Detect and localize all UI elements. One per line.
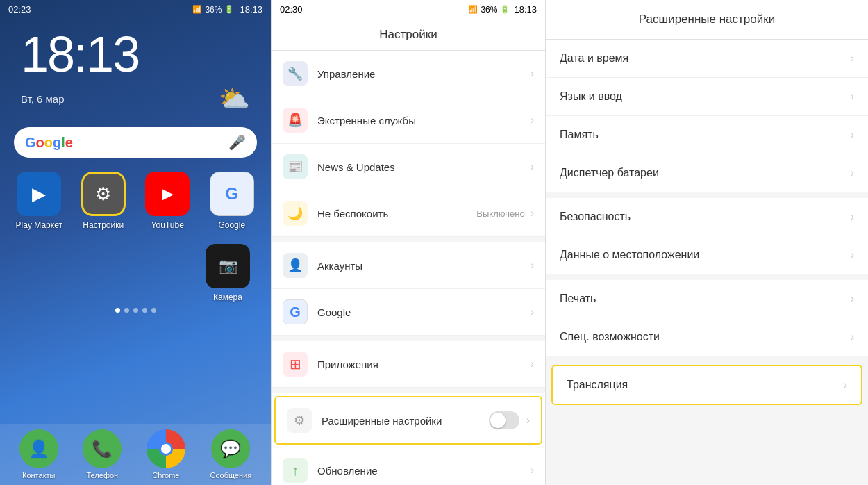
translyatsiya-text: Трансляция [567, 379, 844, 391]
settings-item-ekstrennye[interactable]: 🚨 Экстренные службы › [272, 97, 545, 144]
kontakty-icon: 👤 [28, 439, 49, 459]
google-settings-text: Google [317, 306, 531, 318]
signal-icon: 📶 [192, 5, 202, 14]
app-nastroiki[interactable]: ⚙ Настройки [75, 172, 133, 230]
data-vremya-chevron: › [851, 52, 854, 65]
page-dots [0, 308, 271, 313]
dot-1 [115, 308, 120, 313]
advanced-item-dispetcher[interactable]: Диспетчер батареи › [546, 154, 868, 192]
app-grid: ▶ Play Маркет ⚙ Настройки ▶ YouTube G Go… [0, 172, 271, 230]
rasshirennye-chevron: › [526, 414, 530, 427]
settings-item-akkaunty[interactable]: 👤 Аккаунты › [272, 243, 545, 289]
nastroiki-label: Настройки [83, 220, 124, 230]
rasshirennye-toggle[interactable] [489, 411, 519, 429]
pechat-text: Печать [560, 293, 851, 305]
home-clock: 18:13 [0, 19, 271, 83]
pamyat-text: Память [560, 129, 851, 141]
advanced-item-data-vremya[interactable]: Дата и время › [546, 40, 868, 78]
prilojeniya-icon: ⊞ [290, 356, 301, 372]
divider-1 [272, 237, 545, 243]
dispetcher-chevron: › [851, 167, 854, 179]
news-text: News & Updates [317, 161, 531, 173]
settings-time: 02:30 [280, 4, 303, 15]
app-camera[interactable]: 📷 Камера [206, 244, 250, 302]
mestopolozhenie-chevron: › [851, 249, 854, 261]
prilojeniya-text: Приложения [317, 359, 531, 370]
advanced-item-spets-vozmojnosti[interactable]: Спец. возможности › [546, 318, 868, 356]
settings-item-upravlenie[interactable]: 🔧 Управление › [272, 51, 545, 97]
youtube-label: YouTube [151, 220, 184, 230]
play-market-icon: ▶ [32, 183, 46, 205]
battery-icon: 🔋 [224, 5, 234, 14]
settings-panel: 02:30 📶 36% 🔋 18:13 Настройки 🔧 Управлен… [271, 0, 545, 485]
bezopasnost-text: Безопасность [560, 211, 851, 223]
ekstrennye-chevron: › [531, 114, 534, 126]
settings-list: 🔧 Управление › 🚨 Экстренные службы › 📰 N… [272, 51, 545, 485]
bottom-dock: 👤 Контакты 📞 Телефон Chrome 💬 Сообщения [0, 424, 271, 485]
mic-icon[interactable]: 🎤 [228, 134, 246, 151]
camera-icon: 📷 [219, 257, 237, 275]
rasshirennye-text: Расширенные настройки [322, 415, 489, 427]
settings-item-ne-bespokoity[interactable]: 🌙 Не беспокоить Выключено › [272, 190, 545, 237]
battery-percent: 36% [205, 5, 222, 15]
chrome-label: Chrome [152, 471, 179, 479]
date-weather-row: Вт, 6 мар ⛅ [0, 83, 271, 127]
soobsheniya-label: Сообщения [210, 471, 251, 479]
data-vremya-text: Дата и время [560, 52, 851, 65]
advanced-item-mestopolozhenie[interactable]: Данные о местоположении › [546, 236, 868, 274]
ekstrennye-icon: 🚨 [287, 113, 303, 128]
advanced-item-bezopasnost[interactable]: Безопасность › [546, 198, 868, 236]
nastroiki-icon: ⚙ [95, 183, 111, 205]
ne-bespokoity-icon: 🌙 [287, 206, 303, 221]
upravlenie-text: Управление [317, 68, 531, 80]
dock-telefon[interactable]: 📞 Телефон [83, 429, 122, 479]
settings-battery-icon: 🔋 [500, 5, 510, 14]
advanced-title: Расширенные настройки [546, 0, 868, 40]
dot-2 [124, 308, 129, 313]
advanced-divider-3 [546, 356, 868, 362]
upravlenie-icon: 🔧 [287, 66, 303, 81]
google-app-icon: G [225, 184, 238, 204]
settings-item-google[interactable]: G Google › [272, 289, 545, 336]
advanced-panel: Расширенные настройки Дата и время › Язы… [545, 0, 868, 485]
akkaunty-text: Аккаунты [317, 260, 531, 272]
youtube-icon: ▶ [162, 185, 174, 203]
prilojeniya-chevron: › [531, 358, 534, 370]
home-screen: 02:23 📶 36% 🔋 18:13 18:13 Вт, 6 мар ⛅ Go… [0, 0, 271, 485]
dock-chrome[interactable]: Chrome [147, 429, 185, 479]
settings-battery-pct: 36% [481, 5, 497, 15]
akkaunty-icon: 👤 [287, 258, 303, 273]
news-icon: 📰 [287, 159, 303, 174]
bezopasnost-chevron: › [851, 211, 854, 223]
advanced-item-pechat[interactable]: Печать › [546, 280, 868, 318]
app-play-market[interactable]: ▶ Play Маркет [10, 172, 68, 230]
obnovlenie-text: Обновление [317, 465, 531, 477]
dock-soobsheniya[interactable]: 💬 Сообщения [210, 429, 251, 479]
divider-2 [272, 336, 545, 341]
spets-vozmojnosti-chevron: › [851, 331, 854, 343]
google-search-bar[interactable]: Google 🎤 [14, 127, 257, 158]
divider-3 [272, 388, 545, 393]
dock-kontakty[interactable]: 👤 Контакты [19, 429, 58, 479]
dot-3 [133, 308, 138, 313]
advanced-list: Дата и время › Язык и ввод › Память › Ди… [546, 40, 868, 405]
settings-item-news[interactable]: 📰 News & Updates › [272, 144, 545, 190]
settings-item-prilojeniya[interactable]: ⊞ Приложения › [272, 341, 545, 388]
soobsheniya-icon: 💬 [220, 439, 241, 459]
home-status-bar: 02:23 📶 36% 🔋 18:13 [0, 0, 271, 19]
settings-item-obnovlenie[interactable]: ↑ Обновление › [272, 447, 545, 485]
app-google[interactable]: G Google [203, 172, 261, 230]
app-youtube[interactable]: ▶ YouTube [139, 172, 197, 230]
advanced-item-translyatsiya[interactable]: Трансляция › [551, 365, 862, 405]
advanced-item-yazyk-vvod[interactable]: Язык и ввод › [546, 78, 868, 116]
telefon-label: Телефон [87, 471, 119, 479]
yazyk-vvod-text: Язык и ввод [560, 90, 851, 103]
advanced-item-pamyat[interactable]: Память › [546, 116, 868, 154]
upravlenie-chevron: › [531, 67, 534, 80]
settings-item-rasshirennye[interactable]: ⚙ Расширенные настройки › [274, 396, 542, 445]
camera-label: Камера [213, 293, 242, 302]
settings-status-bar: 02:30 📶 36% 🔋 18:13 [272, 0, 545, 19]
rasshirennye-icon: ⚙ [294, 413, 305, 428]
home-time: 02:23 [8, 4, 31, 15]
dot-4 [142, 308, 147, 313]
